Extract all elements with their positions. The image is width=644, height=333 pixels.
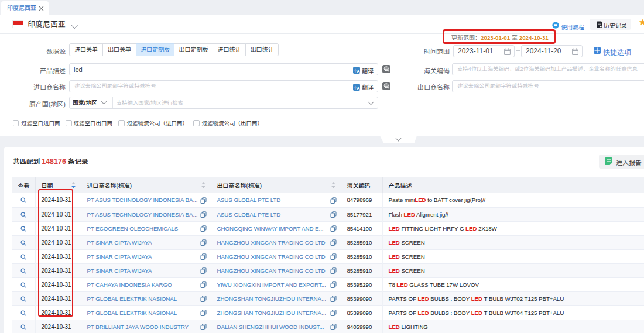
svg-text:A: A xyxy=(357,85,360,90)
svg-text:A: A xyxy=(357,69,360,73)
